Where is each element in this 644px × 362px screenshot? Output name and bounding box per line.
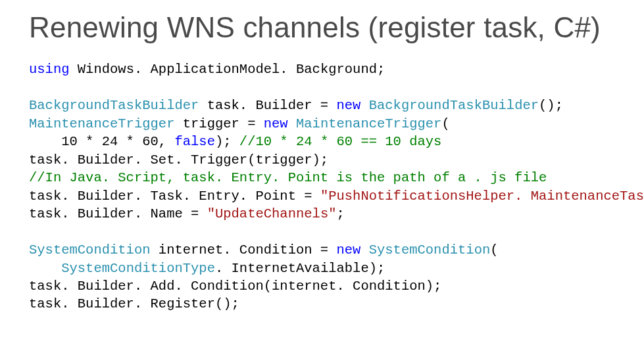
code-text: task. Builder. Name = [29,206,207,221]
kw-using: using [29,62,70,77]
code-text: 10 * 24 * 60, [29,134,174,149]
type-bgtaskbuilder-1: BackgroundTaskBuilder [29,98,199,113]
code-text [360,242,368,258]
kw-new: new [336,98,360,113]
code-text: ( [490,242,498,258]
page-title: Renewing WNS channels (register task, C#… [29,12,620,43]
code-text [29,261,61,276]
kw-false: false [174,134,215,149]
type-systemconditiontype: SystemConditionType [61,261,215,276]
string-literal: "UpdateChannels" [207,206,337,221]
code-text [360,98,368,113]
code-text: ( [441,116,449,131]
type-systemcondition-1: SystemCondition [29,242,151,258]
code-text: task. Builder. Set. Trigger(trigger); [29,152,328,168]
type-maintenancetrigger-1: MaintenanceTrigger [29,116,174,131]
string-literal: "PushNotificationsHelper. MaintenanceTas… [320,189,644,204]
code-text: task. Builder. Register(); [29,296,239,311]
kw-new: new [336,242,360,258]
code-text: task. Builder. Task. Entry. Point = [29,189,320,204]
code-text [288,116,296,131]
code-text: Windows. ApplicationModel. Background; [70,62,385,77]
code-text: trigger = [174,116,263,131]
code-text: task. Builder = [199,98,336,113]
code-block: using Windows. ApplicationModel. Backgro… [29,60,620,313]
code-text: internet. Condition = [151,242,337,258]
slide-root: Renewing WNS channels (register task, C#… [0,0,644,362]
type-systemcondition-2: SystemCondition [369,242,491,258]
code-text: (); [539,98,563,113]
type-maintenancetrigger-2: MaintenanceTrigger [296,116,441,131]
code-text: ); [215,134,239,149]
comment: //10 * 24 * 60 == 10 days [239,134,442,149]
code-text: task. Builder. Add. Condition(internet. … [29,279,441,294]
type-bgtaskbuilder-2: BackgroundTaskBuilder [369,98,539,113]
comment: //In Java. Script, task. Entry. Point is… [29,170,547,185]
kw-new: new [264,116,288,131]
code-text: ; [337,206,345,221]
code-text: . InternetAvailable); [215,261,385,276]
